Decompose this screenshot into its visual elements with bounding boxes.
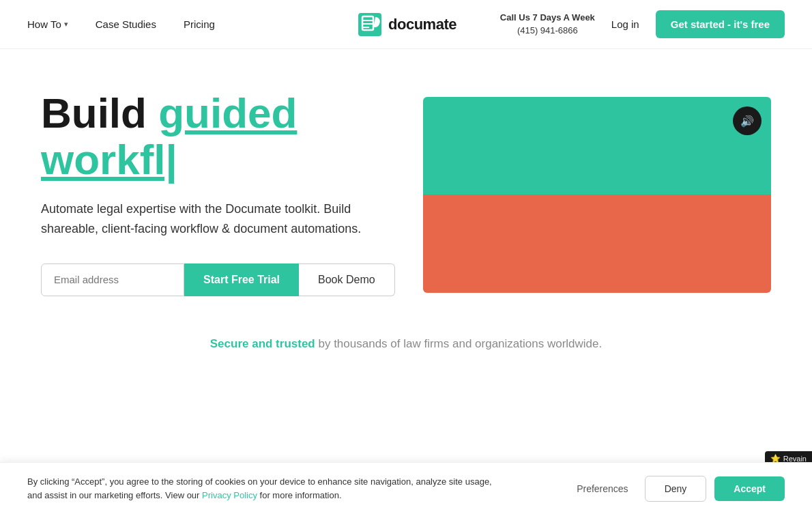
video-thumbnail[interactable]: 🔊	[423, 97, 771, 293]
trusted-text: Secure and trusted by thousands of law f…	[27, 337, 785, 351]
sound-button[interactable]: 🔊	[733, 106, 762, 135]
trusted-bold: Secure and trusted	[210, 337, 315, 350]
trusted-rest: by thousands of law firms and organizati…	[315, 337, 603, 350]
pricing-label: Pricing	[184, 18, 215, 30]
nav-right: Call Us 7 Days A Week (415) 941-6866 Log…	[500, 10, 785, 38]
hero-left: Build guided workfl| Automate legal expe…	[41, 90, 423, 296]
video-top-half	[423, 97, 771, 195]
video-bottom-half	[423, 195, 771, 292]
logo-text: documate	[388, 16, 456, 33]
call-title: Call Us 7 Days A Week	[500, 12, 595, 24]
hero-headline: Build guided workfl|	[41, 90, 423, 183]
hero-section: Build guided workfl| Automate legal expe…	[0, 49, 812, 324]
logo-icon	[356, 10, 384, 39]
call-info: Call Us 7 Days A Week (415) 941-6866	[500, 12, 595, 36]
pricing-nav[interactable]: Pricing	[184, 18, 215, 30]
log-in-button[interactable]: Log in	[611, 18, 639, 30]
logo-area[interactable]: documate	[356, 10, 456, 39]
logo[interactable]: documate	[356, 10, 456, 39]
how-to-nav[interactable]: How To ▾	[27, 18, 68, 30]
call-number: (415) 941-6866	[500, 25, 595, 37]
trusted-section: Secure and trusted by thousands of law f…	[0, 324, 812, 378]
start-trial-button[interactable]: Start Free Trial	[184, 263, 299, 296]
get-started-button[interactable]: Get started - it's free	[656, 10, 785, 38]
hero-cta: Start Free Trial Book Demo	[41, 263, 423, 296]
book-demo-button[interactable]: Book Demo	[299, 263, 395, 296]
chevron-down-icon: ▾	[64, 20, 68, 29]
how-to-label: How To	[27, 18, 61, 30]
headline-build: Build	[41, 89, 158, 137]
case-studies-label: Case Studies	[96, 18, 156, 30]
email-input[interactable]	[41, 263, 184, 296]
case-studies-nav[interactable]: Case Studies	[96, 18, 156, 30]
hero-subtext: Automate legal expertise with the Documa…	[41, 199, 375, 239]
navbar: How To ▾ Case Studies Pricing documate	[0, 0, 812, 49]
nav-left: How To ▾ Case Studies Pricing	[27, 18, 215, 30]
sound-icon: 🔊	[740, 115, 754, 128]
headline-guided: guided	[158, 89, 297, 137]
headline-workfl: workfl|	[41, 136, 177, 183]
hero-right: 🔊	[423, 97, 771, 293]
